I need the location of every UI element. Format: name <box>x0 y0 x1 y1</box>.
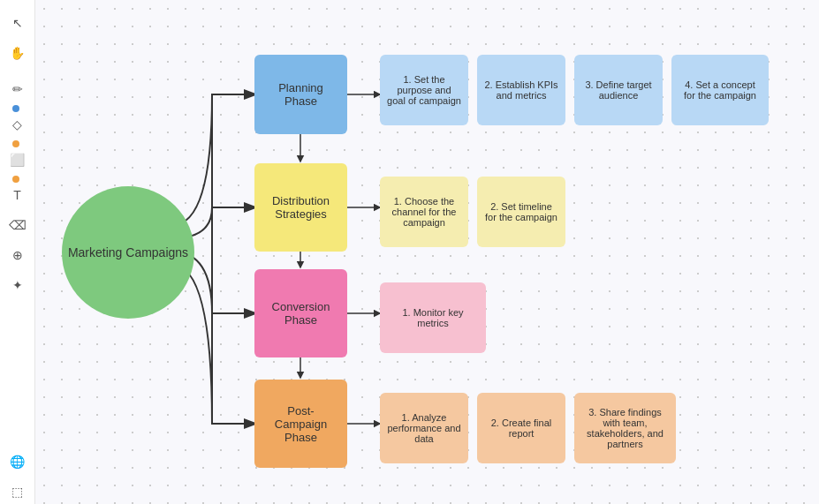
card-planning-3[interactable]: 3. Define target audience <box>574 55 663 125</box>
sparkle-icon[interactable]: ✦ <box>5 273 30 297</box>
card-postcampaign-3-text: 3. Share findings with team, stakeholder… <box>581 407 669 449</box>
card-distribution-2[interactable]: 2. Set timeline for the campaign <box>477 177 565 247</box>
card-planning-4-text: 4. Set a concept for the campaign <box>679 79 762 101</box>
toolbar: ↖ ✋ ✏ ◇ ⬜ T ⌫ ⊕ ✦ 🌐 ⬚ <box>0 0 35 504</box>
image-icon[interactable]: ⬚ <box>5 479 30 504</box>
card-distribution-1-text: 1. Choose the channel for the campaign <box>387 196 461 228</box>
card-conversion-1[interactable]: 1. Monitor key metrics <box>380 282 486 353</box>
hand-icon[interactable]: ✋ <box>5 41 30 65</box>
eraser-icon[interactable]: ⌫ <box>5 213 30 237</box>
card-distribution-1[interactable]: 1. Choose the channel for the campaign <box>380 177 468 247</box>
card-planning-2[interactable]: 2. Establish KPIs and metrics <box>477 55 565 125</box>
note-icon[interactable]: ⬜ <box>5 147 30 172</box>
phase-conversion-box[interactable]: Conversion Phase <box>254 269 347 357</box>
center-circle-label: Marketing Campaigns <box>68 245 188 260</box>
card-planning-2-text: 2. Establish KPIs and metrics <box>484 79 558 101</box>
globe-icon[interactable]: 🌐 <box>5 449 30 474</box>
connect-icon[interactable]: ⊕ <box>5 243 30 267</box>
phase-conversion-label: Conversion Phase <box>262 300 340 327</box>
phase-distribution-label: Distribution Strategies <box>262 194 340 221</box>
card-planning-1-text: 1. Set the purpose and goal of campaign <box>387 74 461 106</box>
center-circle[interactable]: Marketing Campaigns <box>62 186 194 319</box>
phase-postcampaign-box[interactable]: Post-Campaign Phase <box>254 380 347 468</box>
card-postcampaign-1[interactable]: 1. Analyze performance and data <box>380 393 468 463</box>
shape-icon[interactable]: ◇ <box>5 112 30 137</box>
text-icon[interactable]: T <box>5 183 30 207</box>
phase-distribution-box[interactable]: Distribution Strategies <box>254 163 347 252</box>
card-postcampaign-3[interactable]: 3. Share findings with team, stakeholder… <box>574 393 676 463</box>
card-distribution-2-text: 2. Set timeline for the campaign <box>484 201 558 222</box>
card-conversion-1-text: 1. Monitor key metrics <box>387 307 479 328</box>
cursor-icon[interactable]: ↖ <box>5 11 30 35</box>
pen-icon[interactable]: ✏ <box>5 77 30 102</box>
card-postcampaign-2-text: 2. Create final report <box>484 417 558 439</box>
phase-postcampaign-label: Post-Campaign Phase <box>262 404 340 444</box>
phase-planning-box[interactable]: Planning Phase <box>254 55 347 134</box>
card-planning-4[interactable]: 4. Set a concept for the campaign <box>671 55 769 125</box>
phase-planning-label: Planning Phase <box>262 81 340 108</box>
card-postcampaign-2[interactable]: 2. Create final report <box>477 393 565 463</box>
card-postcampaign-1-text: 1. Analyze performance and data <box>387 412 461 444</box>
canvas: Marketing Campaigns Planning Phase Distr… <box>35 0 819 504</box>
card-planning-1[interactable]: 1. Set the purpose and goal of campaign <box>380 55 468 125</box>
card-planning-3-text: 3. Define target audience <box>581 79 656 101</box>
